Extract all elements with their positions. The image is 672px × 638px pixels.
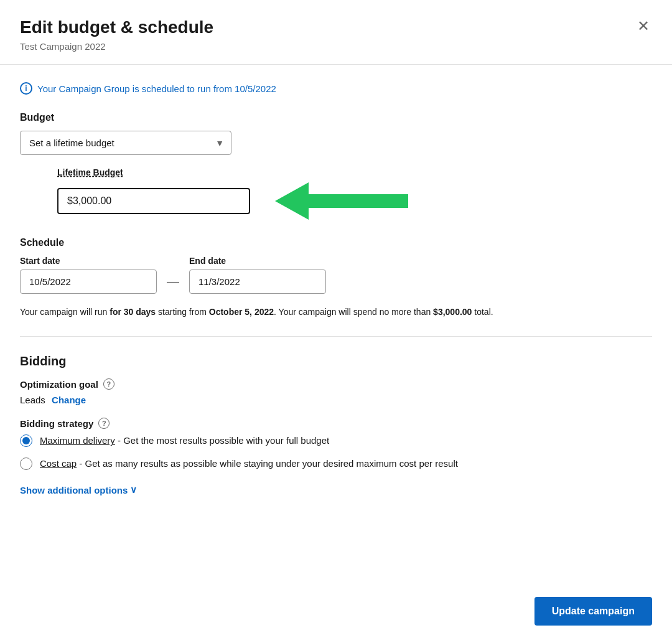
change-link[interactable]: Change (52, 395, 86, 405)
schedule-label: Schedule (20, 237, 652, 248)
info-text-bold1: for 30 days (110, 307, 156, 317)
max-delivery-desc: - Get the most results possible with you… (115, 435, 329, 446)
budget-label: Budget (20, 112, 652, 123)
max-delivery-option: Maximum delivery - Get the most results … (20, 434, 652, 448)
show-additional-options-label: Show additional options (20, 485, 128, 495)
section-divider (20, 336, 652, 337)
cost-cap-option: Cost cap - Get as many results as possib… (20, 457, 652, 471)
bidding-strategy-row: Bidding strategy ? (20, 418, 652, 429)
modal-title: Edit budget & schedule (20, 17, 652, 37)
lifetime-budget-input[interactable] (57, 188, 250, 214)
budget-input-wrapper (57, 188, 250, 214)
end-date-input[interactable] (189, 270, 326, 294)
modal-subtitle: Test Campaign 2022 (20, 41, 652, 52)
optimization-goal-help-icon[interactable]: ? (103, 378, 114, 390)
cost-cap-desc: - Get as many results as possible while … (77, 458, 458, 469)
start-date-group: Start date (20, 256, 157, 294)
optimization-value-row: Leads Change (20, 395, 652, 405)
lifetime-budget-row (57, 182, 652, 220)
schedule-section: Schedule Start date — End date Your camp… (20, 237, 652, 319)
budget-dropdown[interactable]: Set a lifetime budget Set a daily budget (20, 131, 231, 155)
info-text-part1: Your campaign will run (20, 307, 110, 317)
arrow-shaft (309, 194, 408, 208)
info-text-part2: starting from (156, 307, 209, 317)
budget-section: Budget Set a lifetime budget Set a daily… (20, 112, 652, 220)
bidding-strategy-label: Bidding strategy (20, 418, 93, 429)
cost-cap-radio[interactable] (20, 457, 32, 470)
info-text-bold2: October 5, 2022 (209, 307, 274, 317)
cost-cap-name: Cost cap (40, 458, 77, 469)
max-delivery-radio[interactable] (20, 434, 32, 447)
modal-footer: Update campaign (0, 584, 672, 638)
max-delivery-label: Maximum delivery - Get the most results … (40, 434, 329, 448)
campaign-info-text: Your campaign will run for 30 days start… (20, 305, 652, 319)
info-text-bold3: $3,000.00 (433, 307, 472, 317)
modal-body: i Your Campaign Group is scheduled to ru… (0, 65, 672, 528)
optimization-goal-label: Optimization goal (20, 379, 98, 390)
info-banner: i Your Campaign Group is scheduled to ru… (20, 82, 652, 95)
optimization-goal-value: Leads (20, 395, 45, 405)
modal: Edit budget & schedule Test Campaign 202… (0, 0, 672, 638)
update-campaign-button[interactable]: Update campaign (534, 597, 652, 626)
arrow-head (275, 182, 309, 220)
bidding-section: Bidding Optimization goal ? Leads Change… (20, 354, 652, 496)
date-row: Start date — End date (20, 256, 652, 294)
chevron-down-icon: ∨ (130, 484, 137, 495)
cost-cap-label: Cost cap - Get as many results as possib… (40, 457, 458, 471)
end-date-group: End date (189, 256, 326, 294)
start-date-label: Start date (20, 256, 157, 266)
close-button[interactable]: ✕ (632, 15, 655, 37)
date-separator: — (167, 274, 179, 289)
budget-dropdown-wrapper: Set a lifetime budget Set a daily budget… (20, 131, 231, 155)
info-banner-text: Your Campaign Group is scheduled to run … (37, 83, 276, 94)
max-delivery-name: Maximum delivery (40, 435, 115, 446)
bidding-strategy-help-icon[interactable]: ? (98, 418, 110, 429)
arrow-annotation (275, 182, 408, 220)
show-additional-options-link[interactable]: Show additional options ∨ (20, 484, 137, 495)
lifetime-budget-label: Lifetime Budget (57, 167, 652, 177)
modal-header: Edit budget & schedule Test Campaign 202… (0, 0, 672, 65)
bidding-title: Bidding (20, 354, 652, 368)
info-text-part3: . Your campaign will spend no more than (274, 307, 433, 317)
optimization-goal-row: Optimization goal ? (20, 378, 652, 390)
info-text-part4: total. (472, 307, 493, 317)
start-date-input[interactable] (20, 270, 157, 294)
info-icon: i (20, 82, 32, 95)
end-date-label: End date (189, 256, 326, 266)
